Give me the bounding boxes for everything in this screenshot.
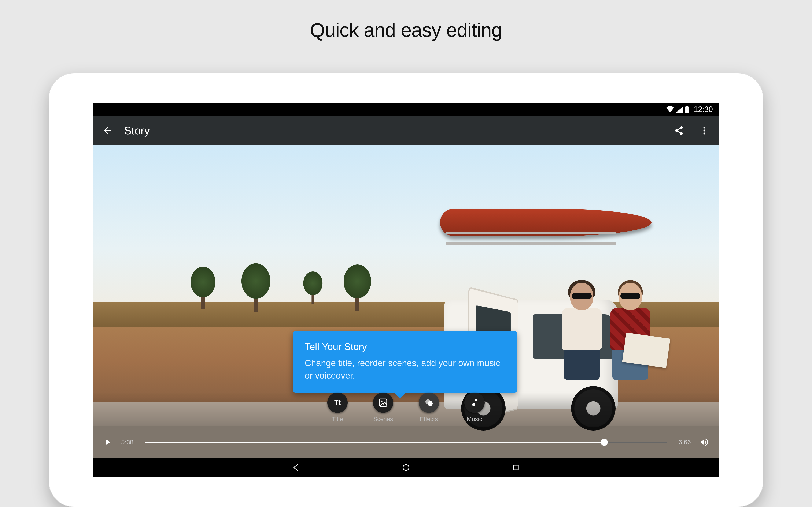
svg-point-2 [680,132,683,135]
tool-effects[interactable]: Effects [419,393,439,426]
svg-point-5 [704,132,705,134]
video-preview[interactable]: Tell Your Story Change title, reorder sc… [93,145,719,458]
tool-title-label: Title [332,416,343,422]
svg-point-3 [704,126,705,128]
battery-icon [685,106,689,113]
back-button[interactable] [101,124,114,137]
page-title: Story [124,124,673,137]
tablet-frame: 12:30 Story [49,73,763,507]
nav-home-button[interactable] [400,461,412,474]
wifi-icon [666,106,674,113]
svg-point-0 [680,126,683,129]
svg-text:Tt: Tt [334,399,341,406]
cell-signal-icon [676,106,683,113]
tool-effects-label: Effects [420,416,438,422]
tooltip-title: Tell Your Story [305,341,505,352]
tool-scenes[interactable]: Scenes [373,393,393,426]
tool-title[interactable]: Tt Title [327,393,348,426]
svg-point-8 [381,400,383,402]
android-status-bar: 12:30 [93,103,719,116]
volume-button[interactable] [698,436,711,448]
seek-track[interactable] [145,442,667,443]
android-nav-bar [93,458,719,477]
svg-point-11 [403,464,409,470]
tooltip-body: Change title, reorder scenes, add your o… [305,357,505,382]
nav-recents-button[interactable] [510,461,522,474]
tool-music-label: Music [467,416,482,422]
play-button[interactable] [101,436,114,448]
app-bar: Story [93,116,719,145]
svg-point-1 [675,129,678,132]
nav-back-button[interactable] [290,461,302,474]
share-button[interactable] [673,124,686,137]
seek-thumb[interactable] [601,439,608,446]
tool-music[interactable]: Music [464,393,485,426]
svg-point-4 [704,129,705,131]
time-total: 6:66 [674,439,691,446]
onboarding-tooltip: Tell Your Story Change title, reorder sc… [293,331,517,393]
overflow-menu-button[interactable] [698,124,711,137]
time-current: 5:38 [121,439,138,446]
playback-bar: 5:38 6:66 [93,426,719,458]
headline: Quick and easy editing [310,19,502,41]
svg-point-10 [427,401,433,406]
device-screen: 12:30 Story [93,103,719,477]
tool-scenes-label: Scenes [373,416,393,422]
status-time: 12:30 [694,105,713,114]
svg-rect-12 [514,465,518,469]
editor-tool-row: Tt Title Scenes Effects [93,393,719,426]
